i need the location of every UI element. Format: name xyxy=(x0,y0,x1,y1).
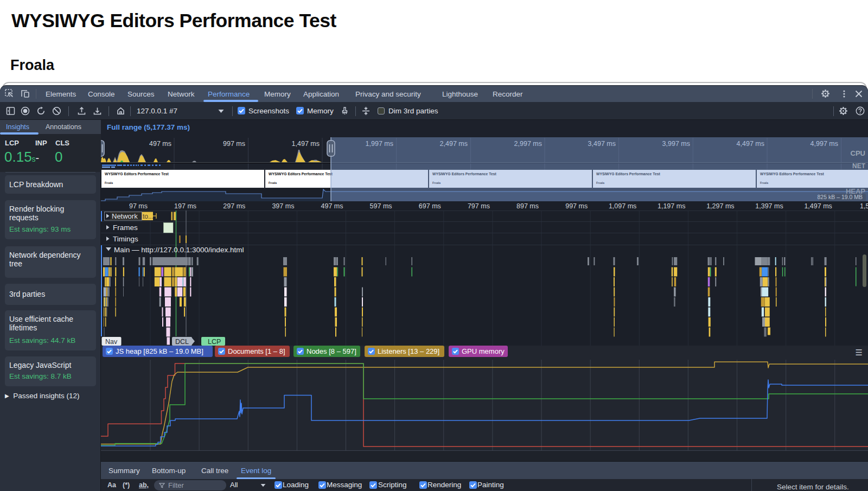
svg-text:to...: to... xyxy=(143,213,154,220)
svg-text:197 ms: 197 ms xyxy=(174,202,196,210)
svg-text:Froala: Froala xyxy=(105,181,113,184)
svg-text:1,197 ms: 1,197 ms xyxy=(658,202,685,210)
svg-text:Froala: Froala xyxy=(269,181,277,184)
svg-text:LCP: LCP xyxy=(208,338,221,346)
svg-text:897 ms: 897 ms xyxy=(516,202,539,210)
svg-text:WYSIWYG Editors Performance Te: WYSIWYG Editors Performance Test xyxy=(105,172,169,176)
svg-text:1,097 ms: 1,097 ms xyxy=(609,202,636,210)
svg-text:Frames: Frames xyxy=(113,224,138,232)
svg-text:697 ms: 697 ms xyxy=(419,202,441,210)
svg-text:Main — http://127.0.0.1:3000/i: Main — http://127.0.0.1:3000/index.html xyxy=(114,246,244,254)
svg-text:497 ms: 497 ms xyxy=(149,140,171,148)
svg-text:DCL: DCL xyxy=(175,338,189,346)
svg-text:CPU: CPU xyxy=(851,149,865,157)
svg-text:Timings: Timings xyxy=(113,235,138,243)
svg-text:97 ms: 97 ms xyxy=(129,202,148,210)
svg-text:1,497 ms: 1,497 ms xyxy=(292,140,320,148)
svg-text:1,497 ms: 1,497 ms xyxy=(804,202,832,210)
svg-text:1,5: 1,5 xyxy=(860,202,868,210)
svg-text:NET: NET xyxy=(852,162,866,170)
svg-text:825 kB – 19.0 MB: 825 kB – 19.0 MB xyxy=(818,194,863,200)
svg-text:297 ms: 297 ms xyxy=(223,202,245,210)
svg-text:797 ms: 797 ms xyxy=(468,202,490,210)
svg-text:1,397 ms: 1,397 ms xyxy=(755,202,783,210)
svg-text:997 ms: 997 ms xyxy=(565,202,588,210)
svg-text:1,297 ms: 1,297 ms xyxy=(706,202,734,210)
svg-text:997 ms: 997 ms xyxy=(223,140,245,148)
svg-text:397 ms: 397 ms xyxy=(272,202,294,210)
svg-text:497 ms: 497 ms xyxy=(321,202,343,210)
svg-text:597 ms: 597 ms xyxy=(370,202,392,210)
svg-text:Network: Network xyxy=(112,212,138,220)
svg-text:WYSIWYG Editors Performance Te: WYSIWYG Editors Performance Test xyxy=(269,172,333,176)
svg-text:Nav: Nav xyxy=(105,338,118,346)
